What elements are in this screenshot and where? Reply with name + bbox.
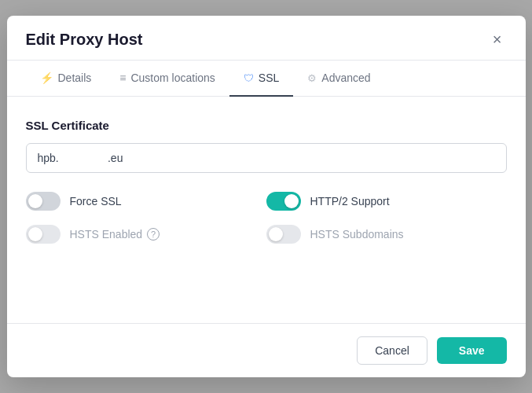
hsts-enabled-label: HSTS Enabled ? [70,228,160,241]
hsts-help-icon[interactable]: ? [147,228,160,241]
modal-header: Edit Proxy Host × [7,16,526,61]
ssl-certificate-input[interactable] [26,143,507,173]
edit-proxy-host-modal: Edit Proxy Host × ⚡ Details ≡ Custom loc… [7,16,526,377]
hsts-subdomains-toggle[interactable] [266,225,301,244]
hsts-enabled-toggle[interactable] [26,225,61,244]
http2-support-knob [284,194,299,208]
hsts-enabled-track[interactable] [26,225,61,244]
hsts-subdomains-row: HSTS Subdomains [266,225,507,244]
tab-ssl-label: SSL [259,72,279,84]
force-ssl-label: Force SSL [70,195,122,208]
tab-custom-locations-label: Custom locations [130,72,215,84]
force-ssl-track[interactable] [26,192,61,211]
tab-advanced[interactable]: ⚙ Advanced [293,61,384,97]
modal-footer: Cancel Save [7,323,526,377]
force-ssl-toggle[interactable] [26,192,61,211]
modal-body: SSL Certificate Force SSL [7,97,526,323]
force-ssl-row: Force SSL [26,192,266,211]
hsts-enabled-row: HSTS Enabled ? [26,225,266,244]
toggles-grid: Force SSL HTTP/2 Support [26,192,507,244]
http2-support-label: HTTP/2 Support [310,195,390,208]
tab-ssl[interactable]: 🛡 SSL [229,61,293,97]
hsts-subdomains-label: HSTS Subdomains [310,228,404,241]
tab-details[interactable]: ⚡ Details [26,61,106,97]
http2-support-track[interactable] [266,192,301,211]
tab-custom-locations[interactable]: ≡ Custom locations [105,61,229,97]
tab-advanced-label: Advanced [321,72,370,84]
hsts-subdomains-track[interactable] [266,225,301,244]
tabs-bar: ⚡ Details ≡ Custom locations 🛡 SSL ⚙ Adv… [7,61,526,97]
gear-icon: ⚙ [307,72,317,84]
modal-title: Edit Proxy Host [26,31,143,49]
ssl-certificate-title: SSL Certificate [26,119,507,132]
shield-icon: 🛡 [244,72,254,84]
tab-details-label: Details [58,72,92,84]
hsts-subdomains-knob [269,227,283,241]
lightning-icon: ⚡ [40,72,53,84]
cancel-button[interactable]: Cancel [357,336,427,365]
save-button[interactable]: Save [437,337,507,364]
layers-icon: ≡ [119,72,126,84]
http2-support-row: HTTP/2 Support [266,192,507,211]
force-ssl-knob [28,194,42,208]
hsts-enabled-knob [28,227,42,241]
close-button[interactable]: × [488,30,507,49]
modal-overlay: Edit Proxy Host × ⚡ Details ≡ Custom loc… [0,0,532,393]
http2-support-toggle[interactable] [266,192,301,211]
